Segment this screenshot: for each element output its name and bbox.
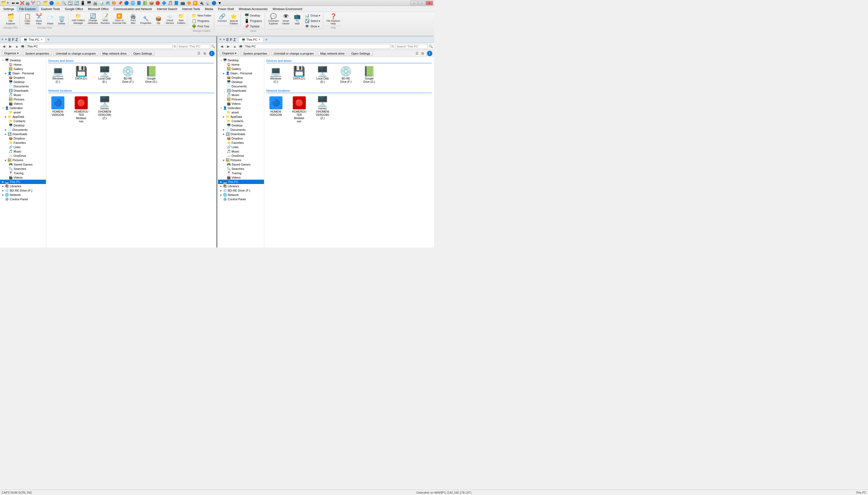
tab-pane2-close[interactable]: ✕ — [258, 38, 261, 41]
pane2-up-btn[interactable]: ▲ — [232, 44, 238, 49]
tree2-item-controlpanel[interactable]: ⚙️ Control Panel — [218, 197, 264, 201]
pane1-nav-close[interactable]: ✕ — [1, 38, 3, 41]
tree2-item-ansel[interactable]: 📁 ansel — [218, 110, 264, 115]
tree-item-links1[interactable]: 🔗 Links — [0, 145, 46, 149]
ribbon-paste-btn[interactable]: 📄 Paste — [45, 16, 56, 25]
tree-item-downloads1b[interactable]: ▶ ⬇️ Downloads — [0, 132, 46, 136]
pane2-back-btn[interactable]: ◀ — [219, 44, 224, 49]
tree2-item-links[interactable]: 🔗 Links — [218, 145, 264, 149]
ribbon-change-attrs-btn[interactable]: 🔄 ChangeAttributes — [87, 13, 99, 25]
ribbon-copy-files-btn[interactable]: 📋 CopyFiles — [22, 13, 33, 25]
pane1-search-input[interactable] — [177, 44, 210, 49]
pane2-info-btn[interactable]: i — [427, 51, 432, 56]
pane2-address-input[interactable] — [244, 44, 390, 49]
tree2-item-downloads[interactable]: ⬇️ Downloads — [218, 88, 264, 93]
device-google-g-2[interactable]: 📗 GoogleDrive (G:) — [360, 65, 379, 85]
ribbon-print-tree-btn[interactable]: 🌳 Print Tree — [190, 24, 213, 29]
pane2-view-grid-btn[interactable]: ⊞ — [420, 51, 425, 56]
menu-settings[interactable]: Settings — [1, 7, 16, 11]
tab-pane2-thispc[interactable]: 💻 This PC ✕ — [238, 37, 264, 42]
tree2-item-videos[interactable]: 🎬 Videos — [218, 102, 264, 106]
ribbon-cloud-service-btn[interactable]: ☁️ CloudService — [164, 13, 175, 25]
ribbon-move-files-btn[interactable]: ✂️ MoveFiles — [33, 13, 44, 25]
pane1-add-tab[interactable]: + — [47, 37, 50, 42]
ribbon-open-execute-btn[interactable]: ▶️ Open orExecute File — [112, 13, 127, 25]
ribbon-properties-btn[interactable]: 🔧 Properties — [139, 16, 152, 25]
tree-item-pictures1[interactable]: 🖼️ Pictures — [0, 97, 46, 102]
tree2-item-dropbox2[interactable]: 📦 Dropbox — [218, 136, 264, 140]
tree2-item-thispc[interactable]: ▶ 💻 This PC — [218, 180, 264, 184]
pane1-address-input[interactable] — [26, 44, 172, 49]
ribbon-new-folders-btn[interactable]: 📁 NewFolders — [176, 13, 187, 25]
ribbon-taskbar-btn[interactable]: 📌 Taskbar — [243, 24, 264, 29]
pane2-view-list-btn[interactable]: ☰ — [414, 51, 420, 56]
tree-item-appdata1[interactable]: ▶ 📁 AppData — [0, 115, 46, 119]
pane1-refresh-btn[interactable]: ↻ — [173, 45, 176, 48]
tree-item-ansel1[interactable]: 📁 ansel — [0, 110, 46, 115]
device-data-d-1[interactable]: 💾 DATA (D:) — [72, 65, 91, 85]
tree-item-pictures1b[interactable]: ▶ 🖼️ Pictures — [0, 158, 46, 162]
tree-item-savedgames1[interactable]: 🎮 Saved Games — [0, 162, 46, 167]
tree2-item-downloads2[interactable]: ▶ ⬇️ Downloads — [218, 132, 264, 136]
ribbon-connect-btn[interactable]: 🔗 Connect — [216, 13, 228, 25]
pane2-refresh-btn[interactable]: ↻ — [391, 45, 394, 48]
tree-item-gallery1[interactable]: 🖼️ Gallery — [0, 67, 46, 71]
menu-power-shell[interactable]: Power Shell — [216, 7, 236, 11]
tree-item-dropbox1b[interactable]: 📦 Dropbox — [0, 136, 46, 140]
tree-item-desktop1c[interactable]: 🖥️ Desktop — [0, 123, 46, 127]
pane2-organize-btn[interactable]: Organize ▾ — [220, 51, 239, 56]
maximize-button[interactable]: □ — [418, 1, 425, 5]
network-homes-z-2[interactable]: 🖥️ homes(\\HOMENIVERGOW)(Z:) — [313, 95, 332, 124]
tree2-item-home[interactable]: 🏠 Home — [218, 63, 264, 67]
ribbon-file-explorer-btn[interactable]: 🗂️ FileExplorer — [5, 13, 16, 25]
ribbon-programs-btn[interactable]: 📋 Programs — [190, 18, 213, 23]
ribbon-multi-rename-btn[interactable]: 📝 MultiRename — [100, 13, 111, 25]
menu-microsoft-office[interactable]: Microsoft Office — [86, 7, 111, 11]
pane2-search-input[interactable] — [395, 44, 428, 49]
close-button[interactable]: × — [426, 1, 433, 5]
pane1-uninstall-btn[interactable]: Uninstall or change a program — [53, 51, 98, 56]
tree-item-documents1b[interactable]: ▶ 📄 Documents — [0, 127, 46, 132]
pane2-nav-down[interactable]: ▾ — [223, 38, 225, 41]
pane2-open-settings-btn[interactable]: Open Settings — [349, 51, 373, 56]
tree-item-favorites1[interactable]: ⭐ Favorites — [0, 140, 46, 145]
pane1-view-list-btn[interactable]: ☰ — [196, 51, 202, 56]
menu-file-explorer[interactable]: File Explorer — [17, 6, 38, 12]
pane2-forward-btn[interactable]: ▶ — [226, 44, 231, 49]
tree-item-daan1[interactable]: ▶ 👤 Daan - Personal — [0, 71, 46, 75]
tree-item-videos1b[interactable]: 🎬 Videos — [0, 175, 46, 180]
ribbon-smart-viewer-btn[interactable]: 👁️ SmartViewer — [280, 13, 291, 29]
tree2-item-daan[interactable]: ▶ 👤 Daan - Personal — [218, 71, 264, 75]
ribbon-special-folders-btn[interactable]: ⭐ SpecialFolders — [229, 13, 239, 25]
pane1-organize-btn[interactable]: Organize ▾ — [2, 51, 21, 56]
ribbon-group-btn[interactable]: 📊 Group ▾ — [303, 13, 322, 18]
tree2-item-favorites[interactable]: ⭐ Favorites — [218, 140, 264, 145]
tree2-item-tracing[interactable]: 📍 Tracing — [218, 171, 264, 175]
ribbon-programs2-btn[interactable]: 📱 Programs — [243, 18, 264, 23]
tree2-item-appdata[interactable]: ▶ 📁 AppData — [218, 115, 264, 119]
tree-item-thispc1[interactable]: ▶ 💻 This PC — [0, 180, 46, 184]
device-windows-c-2[interactable]: 💻 Windows(C:) — [266, 65, 285, 85]
tree-item-dropbox1[interactable]: 📦 Dropbox — [0, 75, 46, 80]
pane2-map-drive-btn[interactable]: Map network drive — [318, 51, 347, 56]
device-windows-c-1[interactable]: 💻 Windows(C:) — [48, 65, 67, 85]
tree2-item-desktop[interactable]: ▾ 🖥️ Desktop — [218, 58, 264, 63]
tree2-item-gallery[interactable]: 🖼️ Gallery — [218, 67, 264, 71]
menu-windows-accessories[interactable]: Windows Accessories — [236, 7, 270, 11]
tree2-item-music2[interactable]: 🎵 Music — [218, 149, 264, 154]
pane1-view-grid-btn[interactable]: ⊞ — [202, 51, 207, 56]
ribbon-desktop-btn[interactable]: 🖥️ Desktop — [243, 13, 264, 18]
pane2-add-tab[interactable]: + — [265, 37, 268, 42]
device-bdre-f-2[interactable]: 💿 BD-REDrive (F:) — [336, 65, 355, 85]
ribbon-tv-wall-btn[interactable]: 📺 TVWall — [292, 13, 303, 29]
tab-pane1-close[interactable]: ✕ — [40, 38, 43, 41]
ribbon-delete-btn[interactable]: 🗑️ Delete — [56, 16, 67, 25]
tree2-item-libraries[interactable]: ▶ 📚 Libraries — [218, 184, 264, 188]
network-homenivergow-1[interactable]: 🔵 HOMENIVERGOW — [48, 95, 67, 124]
ribbon-select-btn[interactable]: ☑️ Select ▾ — [303, 18, 322, 23]
tree-item-documents1[interactable]: 📄 Documents — [0, 84, 46, 88]
menu-communication[interactable]: Communication and Network — [111, 7, 154, 11]
pane1-up-btn[interactable]: ▲ — [14, 44, 19, 49]
device-local-e-2[interactable]: 🖥️ Local Disk(E:) — [313, 65, 332, 85]
pane1-back-btn[interactable]: ◀ — [1, 44, 6, 49]
